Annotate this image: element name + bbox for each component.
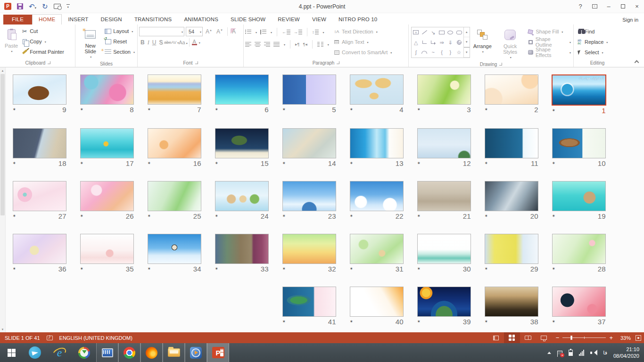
zoom-out-button[interactable]: − [556,334,560,341]
transition-star-icon[interactable]: ✶ [485,161,488,165]
transition-star-icon[interactable]: ✶ [80,214,84,218]
shape-gallery-scroll-down-icon[interactable]: ▼ [464,37,470,47]
transition-star-icon[interactable]: ✶ [80,107,84,112]
taskbar-internet-explorer-button[interactable]: e [47,343,72,362]
transition-star-icon[interactable]: ✶ [552,214,556,218]
shape-gallery-scroll[interactable]: ▲ ▼ ▼ [463,27,470,58]
slide-thumbnail-29[interactable] [485,234,538,264]
left-to-right-icon[interactable]: ▸¶ [295,42,299,47]
reading-view-button[interactable] [520,332,536,343]
fit-slide-to-window-icon[interactable] [636,335,641,341]
tab-review[interactable]: REVIEW [272,15,306,25]
numbering-icon[interactable] [260,30,266,34]
slide-thumbnail-8[interactable] [80,74,134,105]
spell-check-icon[interactable]: ✓ [47,336,53,340]
copy-button[interactable]: Copy▾ [20,36,65,47]
zoom-slider-handle[interactable] [570,336,572,340]
font-dialog-launcher[interactable] [195,61,198,64]
tab-insert[interactable]: INSERT [62,15,94,25]
slide-thumbnail-30[interactable] [417,234,471,264]
transition-star-icon[interactable]: ✶ [148,107,151,112]
down-arrow-shape-icon[interactable]: ⇓ [446,37,454,47]
reset-button[interactable]: Reset [104,36,136,47]
align-text-button[interactable]: Align Text▾ [332,37,393,47]
transition-star-icon[interactable]: ✶ [350,107,354,112]
slide-thumbnail-16[interactable] [148,128,201,158]
elbow-connector-shape-icon[interactable] [420,37,429,47]
slide-thumbnail-1[interactable]: آب فراوان ،هوای پاک [552,74,606,106]
transition-star-icon[interactable]: ✶ [13,266,17,271]
slide-thumbnail-33[interactable] [215,234,269,264]
align-right-icon[interactable] [264,42,270,47]
italic-button[interactable]: I [146,39,151,46]
convert-to-smartart-button[interactable]: Convert to SmartArt▾ [332,47,393,58]
font-color-button[interactable]: A [191,40,198,45]
clock[interactable]: 21:10 08/04/2020 [613,346,639,359]
transition-star-icon[interactable]: ✶ [282,161,286,165]
tab-home[interactable]: HOME [32,14,62,25]
slide-thumbnail-40[interactable] [350,287,404,317]
scribble-shape-icon[interactable]: ʃ [412,48,420,58]
transition-star-icon[interactable]: ✶ [148,161,151,165]
elbow-arrow-connector-shape-icon[interactable] [429,37,438,47]
transition-star-icon[interactable]: ✶ [417,319,421,324]
taskbar-firefox-button[interactable] [140,343,163,362]
justify-icon[interactable] [273,42,280,47]
taskbar-start-button[interactable] [0,343,23,362]
transition-star-icon[interactable]: ✶ [80,266,84,271]
tab-animations[interactable]: ANIMATIONS [178,15,224,25]
scroll-up-arrow[interactable]: ▲ [0,67,5,74]
slide-thumbnail-35[interactable] [80,234,134,264]
slide-thumbnail-15[interactable] [215,128,269,158]
tab-transitions[interactable]: TRANSITIONS [128,15,178,25]
slide-thumbnail-26[interactable] [80,181,134,211]
transition-star-icon[interactable]: ✶ [485,214,488,218]
format-painter-button[interactable]: Format Painter [20,47,65,57]
tab-slide-show[interactable]: SLIDE SHOW [224,15,272,25]
drawing-dialog-launcher[interactable] [499,63,502,66]
rounded-rectangle-shape-icon[interactable] [454,27,463,37]
transition-star-icon[interactable]: ✶ [148,214,151,218]
curve-shape-icon[interactable]: ~ [429,48,438,58]
pie-shape-icon[interactable] [454,37,463,47]
slide-thumbnail-32[interactable] [282,234,336,264]
font-size-combo[interactable]: 54▾ [186,27,203,36]
collapse-ribbon-button[interactable] [629,25,644,67]
text-direction-button[interactable]: ↕AText Direction▾ [332,26,393,37]
show-hidden-icons-button[interactable] [547,350,551,354]
arc-shape-icon[interactable] [420,48,429,58]
sign-in-link[interactable]: Sign in [622,17,638,23]
right-arrow-shape-icon[interactable]: ⇒ [438,37,446,47]
slide-thumbnail-14[interactable] [282,128,336,158]
zoom-in-button[interactable]: + [609,334,613,341]
transition-star-icon[interactable]: ✶ [215,266,219,271]
slide-thumbnail-11[interactable] [485,128,538,158]
taskbar-on-screen-keyboard-button[interactable] [96,343,118,362]
section-button[interactable]: Section▾ [104,47,136,57]
slide-thumbnail-27[interactable] [13,181,66,211]
tab-design[interactable]: DESIGN [95,15,128,25]
taskbar-media-player-button[interactable] [185,343,207,362]
shape-gallery-more-icon[interactable]: ▼ [464,47,470,58]
slide-thumbnail-10[interactable] [552,128,606,158]
taskbar-chrome-button[interactable] [118,343,140,362]
input-language-indicator[interactable]: فا [603,350,607,356]
clipboard-dialog-launcher[interactable] [48,61,50,64]
right-brace-shape-icon[interactable]: } [446,48,454,58]
slide-thumbnail-37[interactable] [552,287,606,317]
character-spacing-button[interactable]: AV▾ [171,40,179,45]
transition-star-icon[interactable]: ✶ [417,107,421,112]
rectangle-shape-icon[interactable] [438,27,446,37]
slide-thumbnail-25[interactable] [148,181,201,211]
transition-star-icon[interactable]: ✶ [282,214,286,218]
line-shape-icon[interactable] [420,27,429,37]
oval-shape-icon[interactable] [446,27,454,37]
taskbar-file-explorer-button[interactable] [163,343,185,362]
transition-star-icon[interactable]: ✶ [282,319,286,324]
transition-star-icon[interactable]: ✶ [13,107,17,112]
slide-thumbnail-13[interactable] [350,128,404,158]
slide-thumbnail-41[interactable] [282,287,336,317]
transition-star-icon[interactable]: ✶ [148,266,151,271]
clear-formatting-button[interactable]: A [231,28,237,35]
quick-styles-button[interactable]: Quick Styles▾ [494,26,527,62]
